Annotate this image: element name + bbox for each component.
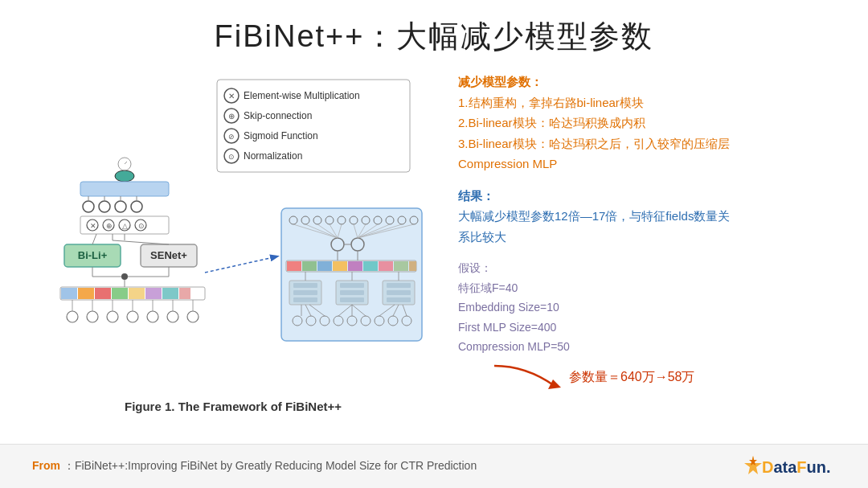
svg-text:Normalization: Normalization <box>244 150 302 162</box>
svg-rect-113 <box>293 290 317 295</box>
content-area: ✕ Element-wise Multiplication ⊕ Skip-con… <box>32 72 836 431</box>
curve-arrow-icon <box>490 362 563 394</box>
svg-rect-100 <box>287 261 301 271</box>
svg-text:⊕: ⊕ <box>228 112 235 121</box>
svg-rect-57 <box>179 288 190 299</box>
svg-rect-118 <box>340 297 364 302</box>
svg-text:✕: ✕ <box>228 92 235 100</box>
section1-heading: 减少模型参数： <box>458 72 828 92</box>
svg-rect-52 <box>95 288 111 299</box>
datafun-logo-svg: DataFun. <box>739 452 836 481</box>
svg-text:DataFun.: DataFun. <box>762 458 831 476</box>
figure-caption: Figure 1. The Framework of FiBiNet++ <box>32 400 434 413</box>
right-panel: 减少模型参数： 1.结构重构，拿掉右路bi-linear模块 2.Bi-line… <box>450 72 836 431</box>
svg-rect-105 <box>363 261 378 271</box>
svg-rect-107 <box>394 261 408 271</box>
section2-line2: 系比较大 <box>458 227 828 248</box>
svg-rect-116 <box>340 283 364 288</box>
svg-rect-56 <box>162 288 178 299</box>
svg-rect-117 <box>340 290 364 295</box>
from-label: From <box>32 459 60 472</box>
svg-text:⊙: ⊙ <box>228 153 235 161</box>
svg-rect-121 <box>387 290 411 295</box>
svg-point-20 <box>131 201 142 212</box>
section1-line1: 1.结构重构，拿掉右路bi-linear模块 <box>458 92 828 113</box>
section2-heading: 结果： <box>458 186 828 207</box>
svg-point-64 <box>167 311 178 322</box>
svg-rect-50 <box>61 288 77 299</box>
svg-rect-103 <box>333 261 347 271</box>
svg-text:⊕: ⊕ <box>106 222 113 230</box>
svg-text:⊘: ⊘ <box>228 133 235 141</box>
params-result-text: 参数量＝640万→58万 <box>569 369 695 386</box>
section1-line4: Compression MLP <box>458 154 828 174</box>
page-title: FiBiNet++：大幅减少模型参数 <box>215 19 654 53</box>
svg-point-44 <box>121 273 128 280</box>
left-panel: ✕ Element-wise Multiplication ⊕ Skip-con… <box>32 72 434 431</box>
svg-rect-51 <box>78 288 94 299</box>
svg-text:Skip-connection: Skip-connection <box>244 110 312 121</box>
svg-rect-55 <box>145 288 162 299</box>
section3-line1: 特征域F=40 <box>458 278 828 298</box>
svg-line-15 <box>125 162 127 164</box>
svg-point-60 <box>87 311 98 322</box>
slide: FiBiNet++：大幅减少模型参数 ✕ Element-wise Multip… <box>0 0 868 488</box>
title-area: FiBiNet++：大幅减少模型参数 <box>32 16 836 57</box>
svg-rect-102 <box>317 261 332 271</box>
svg-point-13 <box>115 170 134 182</box>
svg-line-42 <box>113 240 169 244</box>
svg-rect-120 <box>387 283 411 288</box>
svg-text:SENet+: SENet+ <box>150 249 187 261</box>
section3-line3: First MLP Size=400 <box>458 318 828 338</box>
from-citation: From ：FiBiNet++:Improving FiBiNet by Gre… <box>32 459 477 474</box>
section3-line4: Compression MLP=50 <box>458 337 828 357</box>
section-result: 结果： 大幅减少模型参数12倍—17倍，与特征fields数量关 系比较大 <box>458 186 828 248</box>
svg-text:Element-wise Multiplication: Element-wise Multiplication <box>244 90 360 101</box>
svg-rect-16 <box>80 182 169 196</box>
svg-line-40 <box>92 234 96 244</box>
svg-rect-53 <box>112 288 128 299</box>
datafun-logo: DataFun. <box>739 452 836 481</box>
svg-point-19 <box>115 201 126 212</box>
svg-point-61 <box>107 311 118 322</box>
svg-line-144 <box>205 256 277 273</box>
svg-point-17 <box>83 201 94 212</box>
svg-rect-101 <box>302 261 317 271</box>
from-text-content: ：FiBiNet++:Improving FiBiNet by Greatly … <box>63 459 477 472</box>
section3-line2: Embedding Size=10 <box>458 297 828 318</box>
svg-rect-106 <box>379 261 393 271</box>
section1-line3: 3.Bi-linear模块：哈达玛积之后，引入较窄的压缩层 <box>458 133 828 154</box>
svg-marker-146 <box>548 379 561 389</box>
bottom-bar: From ：FiBiNet++:Improving FiBiNet by Gre… <box>0 444 868 488</box>
svg-point-62 <box>127 311 138 322</box>
svg-point-59 <box>67 311 78 322</box>
section-assumption: 假设： 特征域F=40 Embedding Size=10 First MLP … <box>458 258 828 357</box>
svg-rect-54 <box>129 288 145 299</box>
section2-line1: 大幅减少模型参数12倍—17倍，与特征fields数量关 <box>458 206 828 227</box>
section1-line2: 2.Bi-linear模块：哈达玛积换成内积 <box>458 113 828 133</box>
params-arrow-area: 参数量＝640万→58万 <box>458 362 828 394</box>
svg-text:✕: ✕ <box>90 222 96 230</box>
svg-rect-114 <box>293 297 317 302</box>
svg-point-63 <box>147 311 158 322</box>
svg-text:Bi-Li+: Bi-Li+ <box>78 249 108 261</box>
svg-rect-104 <box>348 261 362 271</box>
svg-rect-122 <box>387 297 411 302</box>
svg-point-65 <box>187 311 199 322</box>
svg-text:△: △ <box>122 222 128 230</box>
svg-text:Sigmoid Function: Sigmoid Function <box>244 130 318 141</box>
section3-heading: 假设： <box>458 258 828 278</box>
svg-rect-108 <box>409 261 416 271</box>
svg-point-18 <box>99 201 110 212</box>
svg-rect-112 <box>293 283 317 288</box>
svg-text:⊙: ⊙ <box>138 222 145 230</box>
fibinet-diagram: ✕ Element-wise Multiplication ⊕ Skip-con… <box>32 72 434 385</box>
section-reduce-params: 减少模型参数： 1.结构重构，拿掉右路bi-linear模块 2.Bi-line… <box>458 72 828 174</box>
diagram-container: ✕ Element-wise Multiplication ⊕ Skip-con… <box>32 72 434 393</box>
